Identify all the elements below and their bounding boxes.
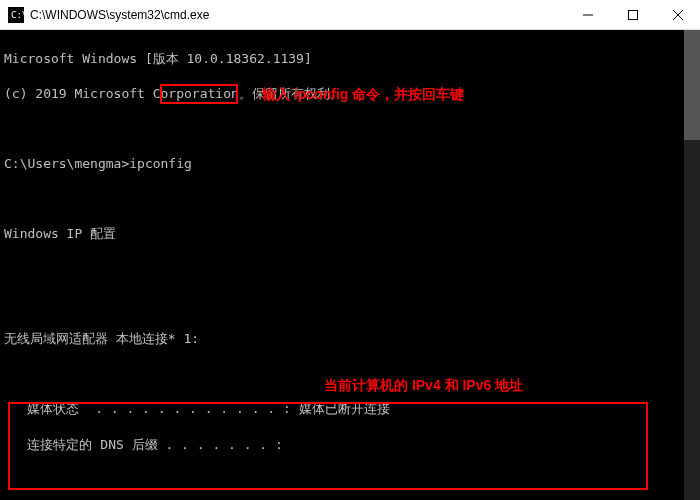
media-state-line: 媒体状态 . . . . . . . . . . . . : 媒体已断开连接: [4, 400, 696, 418]
window-controls: [565, 0, 700, 30]
blank-line: [4, 471, 696, 489]
media-state-value: 媒体已断开连接: [299, 401, 390, 416]
prompt-path: C:\Users\mengma>: [4, 156, 129, 171]
svg-text:C:\: C:\: [11, 10, 24, 20]
prompt-line: C:\Users\mengma>ipconfig: [4, 155, 696, 173]
adapter-title: 无线局域网适配器 本地连接* 1:: [4, 330, 696, 348]
command-text: ipconfig: [129, 156, 192, 171]
scrollbar-thumb[interactable]: [684, 30, 700, 140]
dns-suffix-line: 连接特定的 DNS 后缀 . . . . . . . :: [4, 436, 696, 454]
minimize-button[interactable]: [565, 0, 610, 30]
banner-line: Microsoft Windows [版本 10.0.18362.1139]: [4, 50, 696, 68]
cmd-icon: C:\: [8, 7, 24, 23]
window-titlebar: C:\ C:\WINDOWS\system32\cmd.exe: [0, 0, 700, 30]
annotation-text-1: 输入 ipconfig 命令，并按回车键: [262, 85, 464, 104]
annotation-text-2: 当前计算机的 IPv4 和 IPv6 地址: [324, 376, 523, 395]
blank-line: [4, 120, 696, 138]
close-button[interactable]: [655, 0, 700, 30]
vertical-scrollbar[interactable]: [684, 30, 700, 500]
terminal-output[interactable]: Microsoft Windows [版本 10.0.18362.1139] (…: [0, 30, 700, 500]
blank-line: [4, 260, 696, 278]
blank-line: [4, 295, 696, 313]
maximize-button[interactable]: [610, 0, 655, 30]
window-title: C:\WINDOWS\system32\cmd.exe: [30, 8, 565, 22]
ipconfig-heading: Windows IP 配置: [4, 225, 696, 243]
svg-rect-3: [628, 10, 637, 19]
blank-line: [4, 190, 696, 208]
